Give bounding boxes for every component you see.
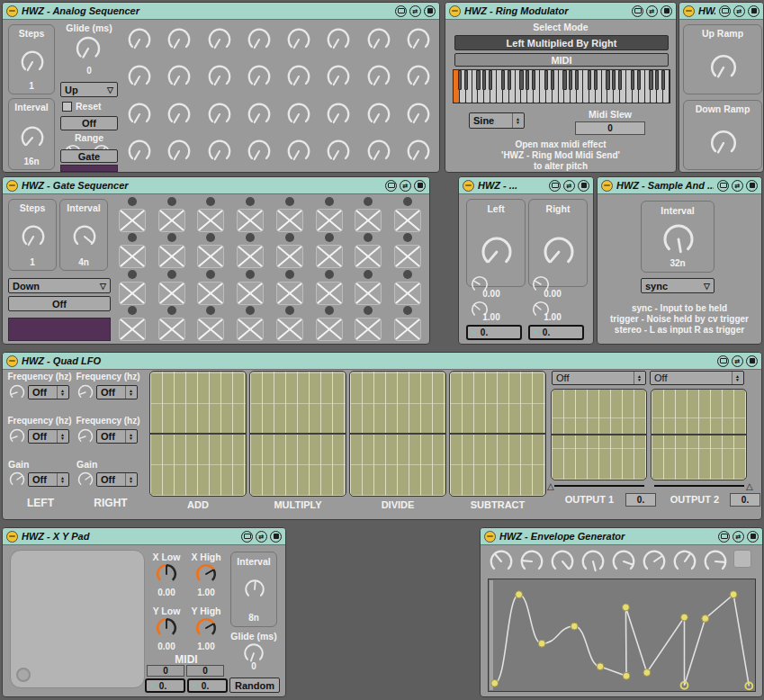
sequencer-knob[interactable] — [206, 138, 233, 165]
steps-knob[interactable] — [20, 223, 47, 250]
gain-knob[interactable] — [8, 471, 26, 489]
piano-key-black[interactable] — [532, 70, 535, 90]
freq-select[interactable]: Off ▲▼ — [28, 429, 69, 444]
piano-keyboard[interactable] — [453, 69, 670, 103]
save-preset-icon[interactable] — [578, 180, 589, 192]
freq-knob[interactable] — [8, 383, 26, 401]
envelope-knob[interactable] — [518, 548, 545, 575]
output2-slider-handle[interactable]: △ — [746, 482, 753, 491]
gate-toggle[interactable] — [276, 282, 303, 305]
off-button[interactable]: Off — [8, 296, 111, 311]
gate-toggle[interactable] — [158, 318, 185, 341]
piano-key-black[interactable] — [508, 70, 511, 90]
sequencer-knob[interactable] — [285, 26, 312, 53]
unfold-icon[interactable] — [549, 180, 561, 192]
sequencer-knob[interactable] — [365, 26, 392, 53]
up-ramp-knob[interactable] — [708, 52, 739, 83]
unfold-icon[interactable] — [717, 355, 729, 367]
stepper-arrows-icon[interactable]: ▲▼ — [57, 386, 65, 399]
stepper-arrows-icon[interactable]: ▲▼ — [732, 372, 740, 384]
device-activator-icon[interactable] — [683, 5, 695, 17]
gain-select[interactable]: Off ▲▼ — [28, 472, 69, 487]
unfold-icon[interactable] — [717, 180, 729, 192]
gate-toggle[interactable] — [119, 209, 146, 232]
gate-toggle[interactable] — [276, 245, 303, 268]
sequencer-knob[interactable] — [166, 26, 193, 53]
x-low-knob[interactable] — [155, 562, 178, 586]
freq-knob[interactable] — [76, 383, 94, 401]
hot-swap-icon[interactable]: ⇄ — [733, 531, 744, 543]
mode-select[interactable]: sync ▽ — [641, 278, 715, 293]
envelope-knob[interactable] — [549, 548, 576, 575]
unfold-icon[interactable] — [718, 531, 730, 543]
gate-toggle[interactable] — [355, 318, 382, 341]
y-high-knob[interactable] — [194, 616, 218, 640]
gate-toggle[interactable] — [394, 209, 421, 232]
piano-key-black[interactable] — [661, 70, 665, 90]
freq-select[interactable]: Off ▲▼ — [96, 429, 138, 444]
gate-toggle[interactable] — [394, 245, 421, 268]
gate-toggle[interactable] — [276, 209, 303, 232]
sequencer-knob[interactable] — [285, 63, 312, 90]
hot-swap-icon[interactable]: ⇄ — [563, 180, 575, 192]
stepper-arrows-icon[interactable]: ▲▼ — [125, 473, 133, 486]
hot-swap-icon[interactable]: ⇄ — [409, 5, 421, 17]
piano-key-black[interactable] — [501, 70, 505, 90]
envelope-editor[interactable] — [488, 579, 756, 692]
gate-toggle[interactable] — [237, 245, 264, 268]
piano-key-black[interactable] — [458, 70, 462, 90]
device-activator-icon[interactable] — [6, 5, 18, 17]
sequencer-knob[interactable] — [246, 101, 273, 128]
gate-toggle[interactable] — [316, 209, 343, 232]
y-output-floatbox[interactable]: ~ 0. — [187, 678, 228, 693]
gate-toggle[interactable] — [394, 318, 421, 341]
stepper-arrows-icon[interactable]: ▲▼ — [125, 430, 133, 443]
sequencer-knob[interactable] — [126, 101, 153, 128]
sequencer-knob[interactable] — [166, 63, 193, 90]
gate-toggle[interactable] — [355, 209, 382, 232]
sequencer-knob[interactable] — [405, 63, 432, 90]
unfold-icon[interactable] — [632, 5, 643, 17]
save-preset-icon[interactable] — [661, 5, 672, 17]
freq-knob[interactable] — [76, 427, 94, 445]
piano-key-black[interactable] — [637, 70, 641, 90]
device-activator-icon[interactable] — [484, 531, 496, 543]
unfold-icon[interactable] — [241, 531, 253, 543]
x-output-floatbox[interactable]: ~ 0. — [145, 678, 185, 693]
gate-toggle[interactable] — [158, 209, 185, 232]
sequencer-knob[interactable] — [246, 26, 273, 53]
gate-toggle[interactable] — [316, 245, 343, 268]
output2-slider[interactable] — [654, 485, 744, 487]
sequencer-knob[interactable] — [365, 63, 392, 90]
midi-numberbox-1[interactable]: 0 — [147, 665, 184, 677]
sequencer-knob[interactable] — [365, 101, 392, 128]
save-preset-icon[interactable] — [270, 531, 282, 543]
gate-toggle[interactable] — [394, 282, 421, 305]
y-low-knob[interactable] — [155, 616, 178, 640]
gate-toggle[interactable] — [197, 282, 224, 305]
stepper-arrows-icon[interactable]: ▲▼ — [57, 473, 65, 486]
gate-toggle[interactable] — [316, 318, 343, 341]
interval-knob[interactable] — [243, 578, 266, 601]
piano-key-black[interactable] — [655, 70, 659, 90]
save-preset-icon[interactable] — [747, 531, 759, 543]
device-activator-icon[interactable] — [6, 531, 18, 543]
save-preset-icon[interactable] — [746, 180, 758, 192]
sequencer-knob[interactable] — [325, 138, 352, 165]
hot-swap-icon[interactable]: ⇄ — [646, 5, 658, 17]
piano-key-black[interactable] — [618, 70, 622, 90]
stepper-arrows-icon[interactable]: ▲▼ — [512, 113, 520, 128]
output2-source-select[interactable]: Off ▲▼ — [650, 371, 744, 385]
save-preset-icon[interactable] — [746, 355, 758, 367]
output1-slider[interactable] — [554, 485, 644, 487]
unfold-icon[interactable] — [395, 5, 407, 17]
steps-knob[interactable] — [19, 49, 46, 76]
freq-select[interactable]: Off ▲▼ — [96, 385, 138, 399]
piano-key-black[interactable] — [551, 70, 554, 90]
piano-key-black[interactable] — [631, 70, 634, 90]
output2-numberbox[interactable]: 0. — [730, 493, 760, 507]
gate-toggle[interactable] — [158, 282, 185, 305]
gate-toggle[interactable] — [355, 282, 382, 305]
hot-swap-icon[interactable]: ⇄ — [732, 180, 743, 192]
envelope-knob[interactable] — [488, 548, 515, 575]
